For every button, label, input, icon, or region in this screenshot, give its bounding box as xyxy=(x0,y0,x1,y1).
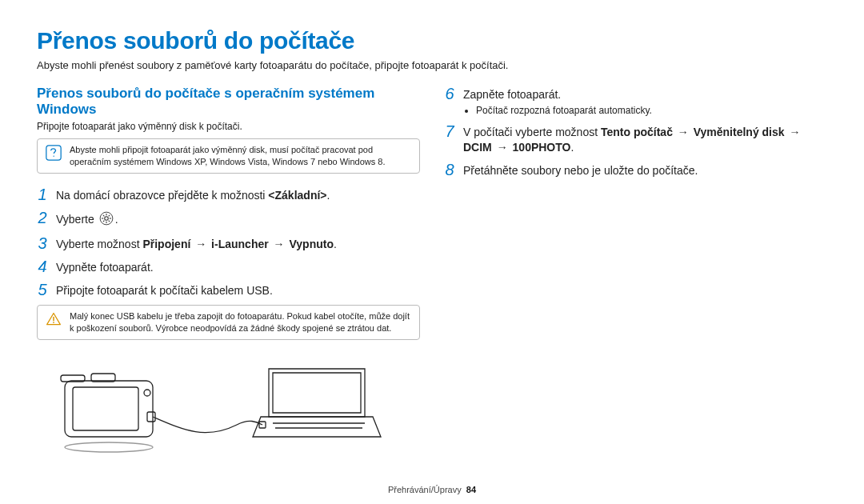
footer-page-number: 84 xyxy=(466,485,476,494)
step-text: Zapněte fotoaparát. xyxy=(463,88,561,101)
step-text: Přetáhněte soubory nebo je uložte do poč… xyxy=(463,162,698,178)
content-columns: Přenos souborů do počítače s operačním s… xyxy=(37,86,827,460)
step-text: V počítači vyberte možnost xyxy=(463,126,601,138)
arrow-icon: → xyxy=(676,126,690,138)
gear-icon xyxy=(99,211,114,230)
step-text: Připojte fotoaparát k počítači kabelem U… xyxy=(56,282,273,298)
step-6: 6 Zapněte fotoaparát. Počítač rozpozná f… xyxy=(444,86,827,117)
step-7: 7 V počítači vyberte možnost Tento počít… xyxy=(444,123,827,155)
arrow-icon: → xyxy=(272,238,286,250)
step-text-post: . xyxy=(570,141,574,154)
svg-line-7 xyxy=(103,214,105,216)
arrow-icon: → xyxy=(495,141,510,154)
svg-rect-14 xyxy=(73,387,138,430)
manual-page: Přenos souborů do počítače Abyste mohli … xyxy=(0,0,864,504)
svg-point-12 xyxy=(53,322,54,323)
svg-point-15 xyxy=(144,390,150,396)
step-bold: Tento počítač xyxy=(601,126,673,138)
page-title: Přenos souborů do počítače xyxy=(37,27,827,54)
footer-section: Přehrávání/Úpravy xyxy=(388,485,462,494)
step-text: Vypněte fotoaparát. xyxy=(56,258,154,275)
page-footer: Přehrávání/Úpravy 84 xyxy=(0,485,864,494)
svg-line-10 xyxy=(108,214,110,216)
step-bold: i-Launcher xyxy=(211,238,269,250)
step-1: 1 Na domácí obrazovce přejděte k možnost… xyxy=(37,186,420,203)
step-8: 8 Přetáhněte soubory nebo je uložte do p… xyxy=(444,162,827,178)
step-text-post: . xyxy=(327,189,330,202)
left-column: Přenos souborů do počítače s operačním s… xyxy=(37,86,420,460)
step-text-post: . xyxy=(334,238,337,250)
step-bold: Připojení xyxy=(142,238,190,250)
step-text-post: . xyxy=(115,213,118,226)
camera-laptop-illustration xyxy=(37,353,420,460)
info-icon xyxy=(46,145,62,164)
step-bold: 100PHOTO xyxy=(513,141,571,154)
svg-point-18 xyxy=(65,442,153,452)
step-bold: Vyměnitelný disk xyxy=(694,126,785,138)
step-bold: <Základní> xyxy=(268,189,326,202)
info-note-text: Abyste mohli připojit fotoaparát jako vý… xyxy=(70,144,411,168)
arrow-icon: → xyxy=(787,126,802,138)
step-number: 7 xyxy=(444,123,455,139)
warning-note: Malý konec USB kabelu je třeba zapojit d… xyxy=(37,305,420,340)
step-4: 4 Vypněte fotoaparát. xyxy=(37,258,420,275)
steps-left: 1 Na domácí obrazovce přejděte k možnost… xyxy=(37,186,420,298)
step-number: 8 xyxy=(444,162,455,178)
svg-point-2 xyxy=(104,216,108,220)
svg-rect-13 xyxy=(65,381,153,437)
warning-icon xyxy=(46,311,62,330)
step-text: Vyberte možnost xyxy=(56,238,142,250)
step-number: 3 xyxy=(37,235,48,251)
right-column: 6 Zapněte fotoaparát. Počítač rozpozná f… xyxy=(444,86,827,460)
steps-right: 6 Zapněte fotoaparát. Počítač rozpozná f… xyxy=(444,86,827,178)
section-heading: Přenos souborů do počítače s operačním s… xyxy=(37,86,420,118)
step-bold: Vypnuto xyxy=(289,238,333,250)
info-note: Abyste mohli připojit fotoaparát jako vý… xyxy=(37,138,420,174)
step-number: 1 xyxy=(37,186,48,202)
step-bullet: Počítač rozpozná fotoaparát automaticky. xyxy=(476,104,652,117)
step-number: 5 xyxy=(37,282,48,298)
step-number: 6 xyxy=(444,86,455,102)
step-5: 5 Připojte fotoaparát k počítači kabelem… xyxy=(37,282,420,298)
step-text: Vyberte xyxy=(56,213,98,226)
section-subtext: Připojte fotoaparát jako výměnný disk k … xyxy=(37,121,420,132)
step-2: 2 Vyberte . xyxy=(37,210,420,230)
step-3: 3 Vyberte možnost Připojení → i-Launcher… xyxy=(37,235,420,252)
step-bold: DCIM xyxy=(463,141,492,154)
svg-line-8 xyxy=(108,220,110,222)
arrow-icon: → xyxy=(194,238,208,250)
page-intro: Abyste mohli přenést soubory z paměťové … xyxy=(37,59,827,71)
step-text: Na domácí obrazovce přejděte k možnosti xyxy=(56,189,268,202)
step-number: 4 xyxy=(37,258,48,274)
warning-note-text: Malý konec USB kabelu je třeba zapojit d… xyxy=(70,310,411,334)
svg-line-9 xyxy=(103,220,105,222)
step-bullets: Počítač rozpozná fotoaparát automaticky. xyxy=(476,104,652,117)
step-number: 2 xyxy=(37,210,48,226)
